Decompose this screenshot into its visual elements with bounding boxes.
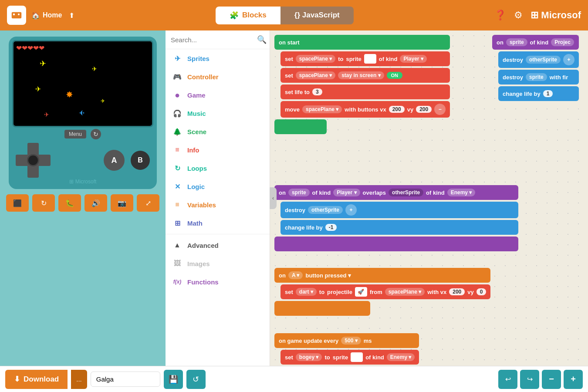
sidebar-item-variables[interactable]: ≡ Variables (166, 196, 270, 214)
sprite-pill3[interactable]: sprite (526, 73, 547, 81)
project-name-input[interactable] (91, 372, 160, 387)
set-life-block[interactable]: set life to 3 (280, 84, 450, 99)
restart-btn[interactable]: ↻ (32, 194, 55, 212)
sidebar-item-sprites[interactable]: ✈ Sprites (166, 49, 270, 68)
sidebar-item-game[interactable]: ● Game (166, 86, 270, 104)
overlaps-block[interactable]: on sprite of kind Player ▾ overlaps othe… (274, 185, 518, 200)
tab-javascript[interactable]: {} JavaScript (280, 7, 354, 24)
sprite-pill[interactable]: sprite (288, 189, 310, 196)
on-button-block[interactable]: on A ▾ button pressed ▾ (274, 268, 490, 283)
undo-button[interactable]: ↩ (498, 370, 517, 389)
spaceplane-from-pill[interactable]: spacePlane ▾ (385, 288, 425, 296)
blocks-area[interactable]: on start set spacePlane ▾ to sprite ✈ of… (270, 30, 588, 366)
project-group: on sprite of kind Projec destroy otherSp… (492, 35, 579, 101)
button-b[interactable]: B (131, 151, 150, 170)
dart-vx-val[interactable]: 200 (449, 288, 465, 295)
sidebar-item-logic[interactable]: ✕ Logic (166, 177, 270, 196)
change-life2-block[interactable]: change life by 1 (498, 86, 579, 101)
change-life-block[interactable]: change life by -1 (280, 220, 518, 235)
menu-button[interactable]: Menu (64, 130, 86, 139)
button-end (274, 301, 370, 316)
sidebar-item-scene[interactable]: 🌲 Scene (166, 122, 270, 141)
settings-icon[interactable]: ⚙ (514, 10, 523, 21)
sidebar-item-functions[interactable]: f(x) Functions (166, 273, 270, 291)
minus-circle[interactable]: − (434, 104, 446, 115)
plus-circle2[interactable]: + (563, 54, 574, 65)
destroy-other-block[interactable]: destroy otherSprite + (280, 202, 518, 218)
sidebar-item-info[interactable]: ≡ Info (166, 141, 270, 159)
enemy-pill[interactable]: Enemy ▾ (447, 189, 476, 196)
sidebar-item-music[interactable]: 🎧 Music (166, 104, 270, 122)
save-button[interactable]: 💾 (164, 370, 183, 389)
set-spaceplane-block[interactable]: set spacePlane ▾ to sprite ✈ of kind Pla… (280, 51, 450, 66)
sidebar-item-loops[interactable]: ↻ Loops (166, 159, 270, 177)
images-icon: 🖼 (172, 259, 182, 268)
plus-circle[interactable]: + (345, 204, 357, 216)
sidebar-item-math[interactable]: ⊞ Math (166, 214, 270, 232)
move-block[interactable]: move spacePlane ▾ with buttons vx 200 vy… (280, 101, 450, 118)
scene-icon: 🌲 (172, 127, 182, 136)
game-update-block[interactable]: on game update every 500 ▾ ms (274, 333, 419, 348)
destroy-other2-block[interactable]: destroy otherSprite + (498, 51, 579, 68)
life-val[interactable]: 3 (312, 88, 322, 95)
sidebar-item-controller[interactable]: 🎮 Controller (166, 68, 270, 86)
val1[interactable]: 1 (543, 90, 553, 97)
dart-vy-val[interactable]: 0 (476, 288, 487, 295)
nav-share[interactable]: ⬆ (69, 11, 74, 20)
github-button[interactable]: ↺ (186, 370, 206, 389)
advanced-label: Advanced (187, 242, 219, 249)
spaceplane-pill[interactable]: spacePlane ▾ (296, 55, 335, 63)
sprite-enemy3: ✈ (35, 85, 41, 93)
dpad[interactable] (16, 143, 51, 178)
set-stay-screen-block[interactable]: set spacePlane ▾ stay in screen ▾ ON (280, 68, 450, 83)
screenshot-btn[interactable]: 📷 (111, 194, 133, 212)
sidebar-item-advanced[interactable]: ▲ Advanced (166, 236, 270, 254)
other-sprite-pill[interactable]: otherSprite (389, 189, 423, 196)
stop-btn[interactable]: ⬛ (6, 194, 29, 212)
microsoft-label: ⊞ Microsoft (12, 179, 153, 185)
minus1-val[interactable]: -1 (325, 224, 337, 231)
on-start-group: on start set spacePlane ▾ to sprite ✈ of… (274, 35, 450, 134)
vx-val[interactable]: 200 (389, 106, 405, 113)
sidebar-collapse-btn[interactable]: ‹ (270, 187, 277, 209)
controller-icon: 🎮 (172, 72, 182, 81)
redo-button[interactable]: ↪ (520, 370, 539, 389)
zoom-minus-button[interactable]: − (542, 370, 561, 389)
search-input[interactable] (171, 36, 253, 44)
download-more-button[interactable]: ... (71, 370, 87, 389)
project-pill[interactable]: Projec (551, 38, 574, 46)
player-pill[interactable]: Player ▾ (400, 55, 426, 63)
set-bogey-block[interactable]: set bogey ▾ to sprite ✈ of kind Enemy ▾ (280, 350, 419, 365)
vy-val[interactable]: 200 (416, 106, 432, 113)
nav-home[interactable]: 🏠 Home (31, 11, 62, 20)
zoom-plus-button[interactable]: + (564, 370, 583, 389)
toggle-on[interactable]: ON (387, 72, 403, 79)
tab-blocks[interactable]: 🧩 Blocks (216, 7, 280, 24)
spaceplane-pill3[interactable]: spacePlane ▾ (302, 105, 342, 113)
download-button[interactable]: ⬇ Download (5, 370, 68, 389)
help-icon[interactable]: ❓ (494, 10, 506, 21)
search-icon[interactable]: 🔍 (257, 35, 267, 44)
enemy-kind-pill[interactable]: Enemy ▾ (387, 353, 415, 361)
refresh-button[interactable]: ↻ (91, 129, 101, 139)
sidebar-divider (166, 234, 270, 234)
project-block[interactable]: on sprite of kind Projec (492, 35, 579, 50)
player-kind-pill[interactable]: Player ▾ (333, 189, 360, 196)
bogey-pill[interactable]: bogey ▾ (296, 353, 322, 361)
debug-btn[interactable]: 🐛 (58, 194, 81, 212)
spaceplane-pill2[interactable]: spacePlane ▾ (296, 71, 335, 79)
stay-screen-pill[interactable]: stay in screen ▾ (338, 71, 384, 79)
sidebar-item-images[interactable]: 🖼 Images (166, 254, 270, 273)
dart-pill[interactable]: dart ▾ (296, 288, 317, 296)
audio-btn[interactable]: 🔊 (84, 194, 107, 212)
other-sprite-pill2[interactable]: otherSprite (308, 206, 343, 214)
set-dart-block[interactable]: set dart ▾ to projectile 🚀 from spacePla… (280, 284, 490, 299)
a-btn-pill[interactable]: A ▾ (288, 271, 303, 279)
other-sprite-pill3[interactable]: otherSprite (526, 56, 561, 64)
destroy-sprite-block[interactable]: destroy sprite with fir (498, 70, 579, 84)
button-a[interactable]: A (104, 150, 125, 171)
expand-btn[interactable]: ⤢ (137, 194, 159, 212)
sprite-pill2[interactable]: sprite (506, 38, 527, 46)
on-start-block[interactable]: on start (274, 35, 450, 50)
ms-pill[interactable]: 500 ▾ (341, 337, 361, 345)
